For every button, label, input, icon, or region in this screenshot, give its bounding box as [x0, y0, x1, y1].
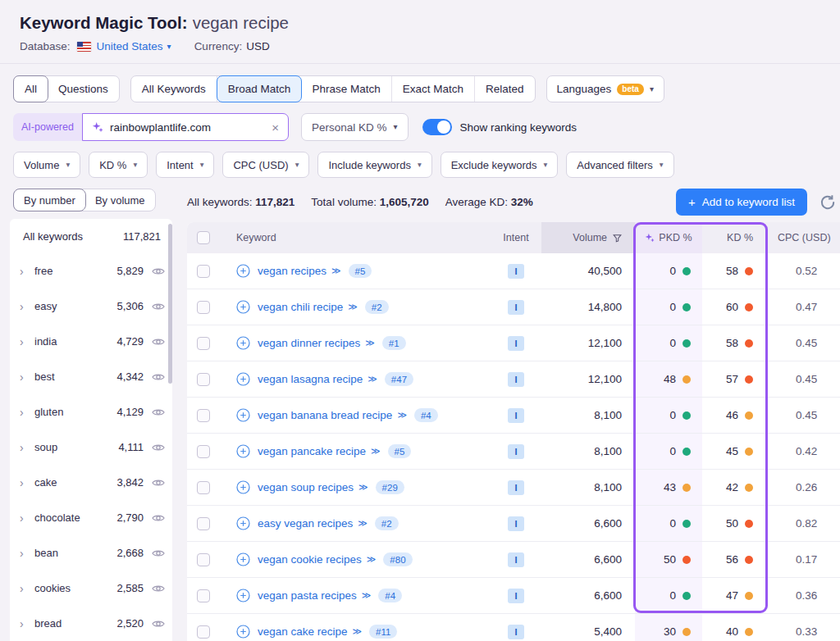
row-checkbox[interactable] — [197, 265, 210, 278]
add-keyword-icon[interactable] — [236, 625, 250, 639]
refresh-icon[interactable] — [819, 193, 837, 211]
eye-icon[interactable] — [151, 334, 166, 349]
expand-arrows-icon[interactable]: ≫ — [331, 266, 341, 276]
eye-icon[interactable] — [151, 511, 166, 525]
filter-kd-dropdown[interactable]: KD %▾ — [89, 152, 148, 178]
expand-arrows-icon[interactable]: ≫ — [371, 446, 381, 457]
by-number-button[interactable]: By number — [13, 189, 86, 211]
keyword-link[interactable]: vegan chili recipe — [258, 301, 343, 313]
header-pkd[interactable]: PKD % — [635, 222, 702, 253]
eye-icon[interactable] — [151, 440, 166, 455]
keyword-link[interactable]: vegan cake recipe — [258, 625, 348, 638]
tab-exact-match[interactable]: Exact Match — [392, 76, 475, 102]
eye-icon[interactable] — [151, 475, 166, 490]
eye-icon[interactable] — [151, 299, 166, 314]
keyword-group-row[interactable]: › gluten 4,129 — [10, 394, 172, 430]
filter-exclude-keywords-dropdown[interactable]: Exclude keywords▾ — [441, 152, 559, 178]
add-keyword-icon[interactable] — [236, 480, 250, 494]
expand-arrows-icon[interactable]: ≫ — [368, 374, 377, 384]
header-intent[interactable]: Intent — [491, 222, 541, 253]
keyword-link[interactable]: vegan banana bread recipe — [258, 409, 392, 421]
add-keyword-icon[interactable] — [236, 300, 250, 314]
filter-cpc-dropdown[interactable]: CPC (USD)▾ — [222, 152, 309, 178]
keyword-group-row[interactable]: › bean 2,668 — [10, 535, 172, 571]
row-checkbox[interactable] — [197, 517, 210, 530]
keyword-link[interactable]: vegan pasta recipes — [258, 589, 357, 602]
keyword-group-row[interactable]: › cake 3,842 — [10, 465, 172, 500]
table-row: easy vegan recipes ≫ #2 I 6,600 0 50 0.8… — [187, 506, 840, 542]
eye-icon[interactable] — [151, 370, 166, 384]
keyword-link[interactable]: vegan soup recipes — [258, 481, 354, 493]
by-volume-button[interactable]: By volume — [85, 189, 155, 211]
clear-input-icon[interactable]: × — [272, 120, 279, 134]
row-checkbox[interactable] — [197, 481, 210, 494]
header-keyword[interactable]: Keyword — [220, 222, 491, 253]
expand-arrows-icon[interactable]: ≫ — [362, 590, 372, 601]
filter-include-keywords-dropdown[interactable]: Include keywords▾ — [317, 152, 431, 178]
eye-icon[interactable] — [151, 616, 166, 631]
row-checkbox[interactable] — [197, 301, 210, 314]
keyword-group-row[interactable]: › cookies 2,585 — [10, 571, 172, 606]
eye-icon[interactable] — [151, 264, 166, 279]
tab-questions[interactable]: Questions — [48, 76, 119, 102]
personal-kd-dropdown[interactable]: Personal KD % ▾ — [301, 113, 409, 141]
keyword-link[interactable]: vegan cookie recipes — [258, 553, 362, 566]
row-checkbox[interactable] — [197, 553, 210, 566]
add-keyword-icon[interactable] — [236, 264, 250, 278]
keyword-group-row[interactable]: › chocolate 2,790 — [10, 500, 172, 535]
row-checkbox[interactable] — [197, 337, 210, 350]
expand-arrows-icon[interactable]: ≫ — [358, 518, 368, 529]
expand-arrows-icon[interactable]: ≫ — [348, 302, 358, 312]
ranking-keywords-toggle[interactable] — [422, 119, 452, 135]
add-keyword-icon[interactable] — [236, 516, 250, 530]
tab-all[interactable]: All — [13, 75, 48, 102]
filter-volume-dropdown[interactable]: Volume▾ — [13, 152, 80, 178]
header-kd[interactable]: KD % — [702, 222, 766, 253]
keyword-link[interactable]: vegan recipes — [258, 265, 326, 277]
row-checkbox[interactable] — [197, 409, 210, 422]
row-checkbox[interactable] — [197, 373, 210, 386]
tab-phrase-match[interactable]: Phrase Match — [301, 76, 391, 102]
database-selector[interactable]: United States ▾ — [97, 40, 171, 52]
keyword-group-row[interactable]: › free 5,829 — [10, 253, 172, 289]
domain-input[interactable]: rainbowplantlife.com × — [82, 113, 289, 141]
eye-icon[interactable] — [151, 546, 166, 561]
keyword-group-row[interactable]: › bread 2,520 — [10, 606, 172, 641]
expand-arrows-icon[interactable]: ≫ — [397, 410, 407, 421]
all-keywords-row[interactable]: All keywords 117,821 — [10, 219, 172, 253]
keyword-link[interactable]: vegan lasagna recipe — [258, 373, 363, 385]
filter-intent-dropdown[interactable]: Intent▾ — [156, 152, 214, 178]
keyword-group-row[interactable]: › soup 4,111 — [10, 430, 172, 465]
keyword-link[interactable]: easy vegan recipes — [258, 517, 353, 530]
keyword-link[interactable]: vegan pancake recipe — [258, 445, 366, 457]
keyword-group-row[interactable]: › best 4,342 — [10, 359, 172, 394]
keyword-group-row[interactable]: › easy 5,306 — [10, 289, 172, 324]
eye-icon[interactable] — [151, 581, 166, 596]
add-keyword-icon[interactable] — [236, 552, 250, 566]
add-keyword-icon[interactable] — [236, 336, 250, 350]
tab-related[interactable]: Related — [475, 76, 535, 102]
add-keyword-icon[interactable] — [236, 408, 250, 422]
languages-dropdown[interactable]: Languages beta ▾ — [546, 75, 664, 102]
expand-arrows-icon[interactable]: ≫ — [367, 554, 377, 565]
eye-icon[interactable] — [151, 405, 166, 420]
keyword-link[interactable]: vegan dinner recipes — [258, 337, 360, 349]
row-checkbox[interactable] — [197, 625, 210, 639]
sidebar-scrollbar[interactable] — [168, 224, 172, 384]
add-keyword-icon[interactable] — [236, 589, 250, 602]
expand-arrows-icon[interactable]: ≫ — [365, 338, 375, 348]
filter-advanced-dropdown[interactable]: Advanced filters▾ — [566, 152, 673, 178]
add-keyword-icon[interactable] — [236, 372, 250, 386]
expand-arrows-icon[interactable]: ≫ — [358, 482, 368, 493]
tab-broad-match[interactable]: Broad Match — [217, 75, 303, 102]
header-volume[interactable]: Volume — [541, 222, 635, 253]
add-keyword-icon[interactable] — [236, 444, 250, 458]
keyword-group-row[interactable]: › india 4,729 — [10, 324, 172, 359]
row-checkbox[interactable] — [197, 445, 210, 458]
add-to-keyword-list-button[interactable]: + Add to keyword list — [676, 189, 807, 216]
expand-arrows-icon[interactable]: ≫ — [353, 626, 363, 637]
row-checkbox[interactable] — [197, 589, 210, 602]
header-cpc[interactable]: CPC (USD) — [766, 222, 840, 253]
select-all-checkbox[interactable] — [197, 231, 210, 244]
tab-all-keywords[interactable]: All Keywords — [131, 76, 217, 102]
